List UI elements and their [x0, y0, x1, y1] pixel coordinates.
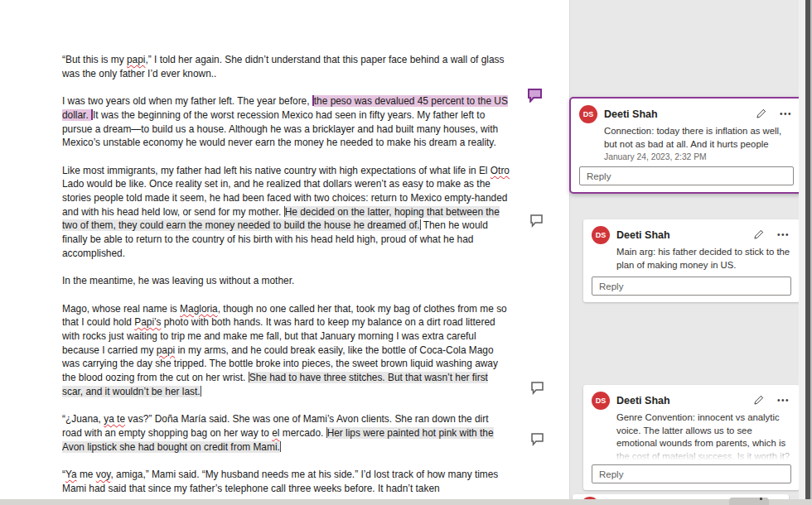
- more-options-ellipsis-icon[interactable]: •••: [777, 397, 790, 405]
- comment-card[interactable]: DSDeeti Shah•••Connection: today there i…: [569, 97, 804, 194]
- text-run: me: [77, 469, 96, 480]
- text-run: “¿Juana,: [62, 413, 104, 425]
- comment-card[interactable]: DSDeeti Shah•••Main arg: his father deci…: [583, 219, 800, 302]
- paragraph: “Ya me voy, amiga,” Mami said. “My husba…: [62, 468, 510, 495]
- text-run: voy: [96, 469, 111, 480]
- document-page[interactable]: “But this is my papi,” I told her again.…: [0, 0, 569, 505]
- text-run: papi: [127, 54, 145, 65]
- text-run: In the meantime, he was leaving us witho…: [62, 275, 294, 286]
- paragraph: Like most immigrants, my father had left…: [62, 164, 510, 261]
- text-run: Papi’s: [134, 316, 161, 328]
- taskbar-peek: [729, 498, 769, 505]
- comment-author: Deeti Shah: [616, 229, 753, 241]
- paragraph: In the meantime, he was leaving us witho…: [62, 274, 510, 288]
- reply-input[interactable]: [592, 464, 791, 483]
- text-run: papi: [157, 344, 175, 356]
- comment-header: DSDeeti Shah•••: [592, 392, 791, 410]
- reply-input[interactable]: [592, 277, 791, 296]
- comment-text: Genre Convention: innocent vs analytic v…: [616, 411, 791, 459]
- comment-header: DSDeeti Shah•••: [592, 226, 791, 244]
- word-review-view: “But this is my papi,” I told her again.…: [0, 0, 812, 505]
- text-run: Mago, whose real name is: [62, 303, 180, 315]
- text-run: “But this is my: [62, 54, 127, 65]
- comment-anchor-icon[interactable]: [529, 214, 546, 228]
- comment-anchor-icon[interactable]: [527, 88, 544, 103]
- comment-actions: •••: [753, 228, 791, 243]
- taskbar-dot: [760, 498, 762, 500]
- avatar: DS: [592, 226, 610, 244]
- text-run: Like most immigrants, my father had left…: [62, 165, 491, 176]
- more-options-ellipsis-icon[interactable]: •••: [777, 231, 790, 239]
- paragraph: Mago, whose real name is Magloria, thoug…: [62, 302, 510, 399]
- selection-anchor-bar: [280, 441, 281, 452]
- text-run: It was the beginning of the worst recess…: [62, 109, 498, 148]
- comment-actions: •••: [756, 108, 794, 122]
- more-options-ellipsis-icon[interactable]: •••: [780, 110, 792, 118]
- comment-text: Connection: today there is inflation as …: [604, 125, 794, 151]
- comment-text: Main arg: his father decided to stick to…: [616, 246, 791, 272]
- paragraph: “¿Juana, ya te vas?” Doña María said. Sh…: [62, 412, 510, 454]
- reply-input[interactable]: [579, 166, 794, 185]
- text-run: Otro: [491, 165, 510, 176]
- comment-anchor-icon[interactable]: [530, 381, 547, 396]
- comment-header: DSDeeti Shah•••: [579, 105, 794, 123]
- edit-comment-pencil-icon[interactable]: [753, 228, 765, 243]
- text-run: ya te: [104, 413, 125, 425]
- text-run: Ya: [65, 469, 77, 480]
- text-run: mercado.: [279, 427, 326, 439]
- comment-timestamp: January 24, 2023, 2:32 PM: [604, 152, 794, 161]
- document-text: “But this is my papi,” I told her again.…: [62, 53, 510, 505]
- text-run: , amiga,” Mami said. “My husband needs m…: [62, 469, 498, 494]
- reply-box: [592, 277, 791, 296]
- avatar: DS: [592, 392, 610, 410]
- paragraph: I was two years old when my father left.…: [62, 94, 510, 150]
- comment-card[interactable]: DSDeeti Shah•••Genre Convention: innocen…: [583, 385, 800, 490]
- text-run: Magloria: [180, 303, 218, 315]
- reply-box: [592, 464, 791, 483]
- selection-anchor-bar: [201, 386, 201, 397]
- comment-author: Deeti Shah: [616, 395, 753, 406]
- edit-comment-pencil-icon[interactable]: [756, 108, 767, 122]
- comment-actions: •••: [753, 394, 791, 408]
- comment-anchor-icon[interactable]: [530, 432, 547, 447]
- comments-panel: DSDeeti Shah•••Connection: today there i…: [569, 0, 800, 505]
- text-run: I was two years old when my father left.…: [62, 95, 312, 107]
- avatar: DS: [579, 105, 597, 123]
- reply-box: [579, 166, 794, 185]
- edit-comment-pencil-icon[interactable]: [753, 394, 765, 408]
- paragraph: “But this is my papi,” I told her again.…: [62, 53, 510, 80]
- comment-author: Deeti Shah: [604, 108, 756, 120]
- bottom-edge: [0, 499, 812, 505]
